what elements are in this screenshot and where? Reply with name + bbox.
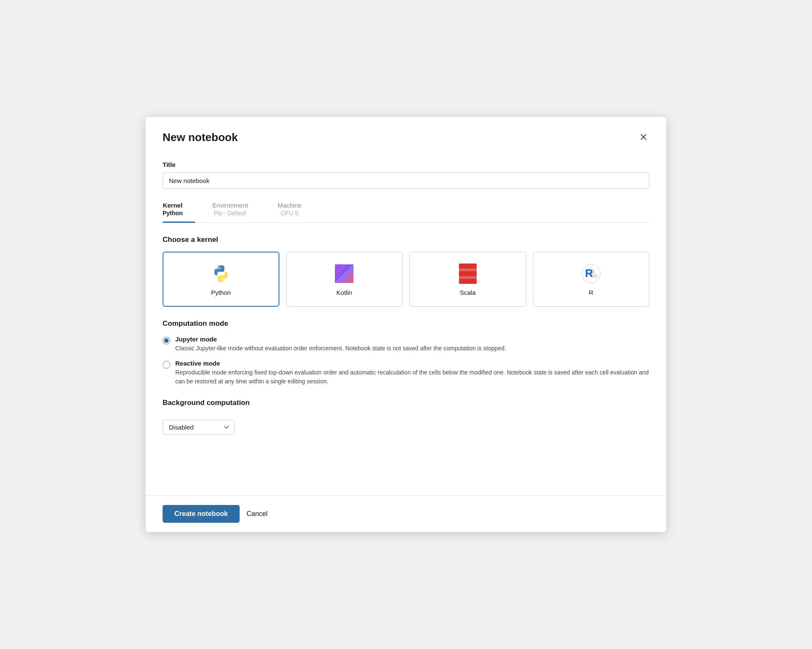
tabs-row: Kernel Python Environment Pip - Default … [163, 202, 649, 223]
kernel-card-python[interactable]: Python [163, 252, 279, 307]
kernel-card-kotlin[interactable]: Kotlin [286, 252, 403, 307]
jupyter-mode-desc: Classic Jupyter-like mode without evalua… [175, 344, 506, 353]
kernel-section-title: Choose a kernel [163, 236, 649, 244]
background-computation-select[interactable]: Disabled Enabled [163, 420, 235, 435]
jupyter-radio[interactable] [163, 337, 170, 344]
dialog-title: New notebook [163, 131, 238, 144]
svg-rect-7 [459, 279, 477, 284]
close-icon: ✕ [639, 131, 648, 143]
radio-reactive-option: Reactive mode Reproducible mode enforcin… [163, 360, 649, 386]
reactive-label-block: Reactive mode Reproducible mode enforcin… [175, 360, 649, 386]
kernel-card-scala[interactable]: Scala [409, 252, 526, 307]
kernel-python-label: Python [211, 289, 231, 296]
title-label: Title [163, 161, 649, 168]
new-notebook-dialog: New notebook ✕ Title Kernel Python Envir… [146, 117, 666, 532]
tab-machine-main: Machine [278, 202, 302, 209]
background-section-title: Background computation [163, 399, 649, 407]
create-notebook-button[interactable]: Create notebook [163, 505, 240, 523]
tab-environment[interactable]: Environment Pip - Default [212, 202, 260, 222]
kotlin-icon [333, 263, 355, 285]
reactive-mode-title: Reactive mode [175, 360, 649, 367]
tab-kernel[interactable]: Kernel Python [163, 202, 195, 222]
kernel-scala-label: Scala [460, 289, 476, 296]
tab-environment-main: Environment [212, 202, 248, 209]
svg-text:R: R [585, 267, 593, 280]
kernel-cards: Python [163, 252, 649, 307]
radio-jupyter-option: Jupyter mode Classic Jupyter-like mode w… [163, 336, 649, 353]
tab-machine[interactable]: Machine CPU S [278, 202, 315, 222]
title-input[interactable] [163, 172, 649, 189]
dialog-footer: Create notebook Cancel [146, 495, 666, 532]
close-button[interactable]: ✕ [638, 130, 649, 144]
cancel-button[interactable]: Cancel [246, 510, 268, 518]
reactive-radio[interactable] [163, 361, 170, 369]
tab-environment-sub: Pip - Default [214, 210, 246, 216]
tab-kernel-main: Kernel [163, 202, 182, 209]
kernel-r-label: R [589, 289, 594, 296]
jupyter-label-block: Jupyter mode Classic Jupyter-like mode w… [175, 336, 506, 353]
scala-icon [457, 263, 479, 285]
svg-point-11 [593, 274, 598, 278]
tab-machine-sub: CPU S [281, 210, 299, 216]
background-section: Background computation Disabled Enabled [163, 399, 649, 435]
r-icon: R [580, 263, 602, 285]
tab-kernel-sub: Python [163, 210, 182, 216]
dialog-body: Title Kernel Python Environment Pip - De… [146, 153, 666, 495]
dialog-header: New notebook ✕ [146, 117, 666, 153]
computation-section: Computation mode Jupyter mode Classic Ju… [163, 319, 649, 386]
reactive-mode-desc: Reproducible mode enforcing fixed top-do… [175, 368, 649, 386]
python-icon [210, 263, 232, 285]
jupyter-mode-title: Jupyter mode [175, 336, 506, 343]
kernel-kotlin-label: Kotlin [337, 289, 353, 296]
kernel-card-r[interactable]: R R [533, 252, 649, 307]
computation-section-title: Computation mode [163, 319, 649, 328]
